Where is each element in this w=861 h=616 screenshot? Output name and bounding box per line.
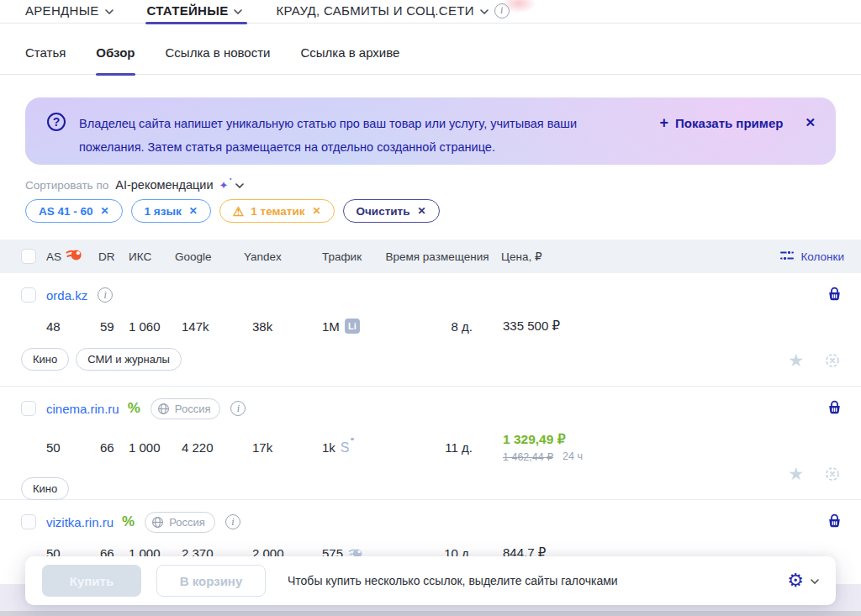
info-banner: ? Владелец сайта напишет уникальную стат… <box>25 97 836 165</box>
chevron-down-icon <box>105 9 114 14</box>
tab-rental[interactable]: АРЕНДНЫЕ <box>25 5 114 23</box>
info-icon[interactable]: i <box>494 3 510 18</box>
clear-filters-icon[interactable]: ✕ <box>417 205 425 217</box>
tab-link-in-archive[interactable]: Ссылка в архиве <box>300 45 399 74</box>
buy-button[interactable]: Купить <box>42 565 141 597</box>
cell-yandex: 17k <box>244 440 322 455</box>
old-price: 1 462,44 ₽ <box>503 450 553 463</box>
favorite-star-icon[interactable]: ★ <box>788 351 804 369</box>
region-chip: Россия <box>145 512 215 533</box>
banner-message: Владелец сайта напишет уникальную статью… <box>79 112 621 159</box>
sort-value-dropdown[interactable]: AI-рекомендации <box>115 178 213 192</box>
chip-label: 1 язык <box>145 205 182 218</box>
page-bottom-edge <box>0 611 861 616</box>
block-site-icon[interactable] <box>824 466 841 482</box>
globe-icon <box>151 516 164 529</box>
filter-chip-language[interactable]: 1 язык ✕ <box>131 199 211 223</box>
filter-chip-as[interactable]: AS 41 - 60 ✕ <box>25 199 123 223</box>
sliders-icon <box>779 249 795 265</box>
article-format-tabs: Статья Обзор Ссылка в новости Ссылка в а… <box>0 45 861 75</box>
gear-icon: ⚙ <box>787 571 804 590</box>
discounted-price: 1 329,49 ₽ <box>503 432 631 447</box>
row-checkbox[interactable] <box>21 401 36 416</box>
info-icon[interactable]: i <box>225 514 240 529</box>
column-placement-time[interactable]: Время размещения <box>378 250 496 263</box>
tab-crowd[interactable]: КРАУД, САБМИТЫ И СОЦ.СЕТИ i <box>276 5 509 23</box>
cell-google: 4 220 <box>175 440 244 455</box>
cell-traffic: 1k S <box>322 440 378 455</box>
tab-review[interactable]: Обзор <box>96 45 135 74</box>
traffic-value: 1k <box>322 440 335 455</box>
cell-traffic: 1M Li <box>322 319 378 334</box>
cell-price: 1 329,49 ₽ 1 462,44 ₽ 24 ч <box>496 432 631 463</box>
ai-sparkle-icon: ✦• <box>219 179 229 192</box>
columns-settings-button[interactable]: Колонки <box>779 249 844 265</box>
add-to-cart-icon[interactable] <box>827 287 843 306</box>
site-domain-link[interactable]: cinema.rin.ru <box>46 402 119 416</box>
tab-articles[interactable]: СТАТЕЙНЫЕ <box>147 5 243 23</box>
tab-label: СТАТЕЙНЫЕ <box>147 3 229 18</box>
clear-filters-chip[interactable]: Очистить ✕ <box>343 199 440 223</box>
globe-icon <box>157 403 170 415</box>
column-traffic[interactable]: Трафик <box>322 250 378 263</box>
price-note: 24 ч <box>563 450 583 463</box>
chevron-down-icon <box>811 579 819 584</box>
chip-label: AS 41 - 60 <box>39 205 93 218</box>
column-yandex[interactable]: Yandex <box>244 250 322 263</box>
active-filters: AS 41 - 60 ✕ 1 язык ✕ ⚠ 1 тематик ✕ Очис… <box>25 199 836 223</box>
tab-label: КРАУД, САБМИТЫ И СОЦ.СЕТИ <box>276 3 473 18</box>
sort-label: Сортировать по <box>25 179 108 192</box>
site-domain-link[interactable]: vizitka.rin.ru <box>46 515 114 529</box>
column-as[interactable]: AS <box>46 249 97 264</box>
block-site-icon[interactable] <box>824 352 841 369</box>
column-price[interactable]: Цена, ₽ <box>496 250 631 263</box>
tab-label: АРЕНДНЫЕ <box>25 3 99 18</box>
column-google[interactable]: Google <box>175 250 244 263</box>
favorite-star-icon[interactable]: ★ <box>788 465 804 482</box>
column-dr[interactable]: DR <box>97 250 129 263</box>
cell-as: 48 <box>46 319 97 334</box>
plus-icon: + <box>660 114 669 132</box>
remove-filter-icon[interactable]: ✕ <box>312 205 320 217</box>
similarweb-icon: S <box>341 440 354 455</box>
remove-filter-icon[interactable]: ✕ <box>101 205 109 217</box>
remove-filter-icon[interactable]: ✕ <box>189 205 198 217</box>
add-to-cart-icon[interactable] <box>827 513 843 533</box>
liveinternet-icon: Li <box>345 319 360 334</box>
sort-row: Сортировать по AI-рекомендации ✦• <box>25 177 836 192</box>
question-icon: ? <box>47 113 66 131</box>
cell-placement-time: 8 д. <box>452 319 496 334</box>
show-example-button[interactable]: + Показать пример <box>660 114 784 132</box>
tab-article[interactable]: Статья <box>25 45 66 74</box>
add-to-cart-icon[interactable] <box>827 400 843 419</box>
column-label: AS <box>46 250 61 263</box>
cell-iks: 1 000 <box>129 440 175 455</box>
banner-close-icon[interactable]: ✕ <box>805 115 816 130</box>
region-chip: Россия <box>151 398 221 419</box>
select-all-checkbox[interactable] <box>21 249 36 264</box>
discount-percent-icon: % <box>122 513 135 530</box>
settings-dropdown[interactable]: ⚙ <box>787 571 819 590</box>
region-label: Россия <box>169 516 205 529</box>
info-icon[interactable]: i <box>98 287 113 303</box>
columns-label: Колонки <box>800 250 844 263</box>
table-row: orda.kz i 48 59 1 060 147k 38k 1M Li 8 д… <box>0 273 861 387</box>
column-iks[interactable]: ИКС <box>129 250 175 263</box>
chevron-down-icon[interactable] <box>235 183 244 188</box>
cell-google: 147k <box>175 319 244 334</box>
topic-tag: СМИ и журналы <box>76 348 182 371</box>
tab-link-in-news[interactable]: Ссылка в новости <box>166 45 271 74</box>
cell-dr: 59 <box>97 319 129 334</box>
site-domain-link[interactable]: orda.kz <box>46 288 87 303</box>
row-checkbox[interactable] <box>21 514 36 529</box>
add-to-cart-button[interactable]: В корзину <box>156 565 266 597</box>
chevron-down-icon <box>480 9 489 14</box>
row-checkbox[interactable] <box>21 287 36 303</box>
selection-hint: Чтобы купить несколько ссылок, выделите … <box>288 574 618 587</box>
discount-percent-icon: % <box>128 400 140 417</box>
cell-price: 335 500 ₽ <box>496 319 631 334</box>
chip-label: Очистить <box>357 205 410 218</box>
filter-chip-topic[interactable]: ⚠ 1 тематик ✕ <box>219 199 335 223</box>
info-icon[interactable]: i <box>230 401 246 416</box>
topic-tag: Кино <box>21 477 69 500</box>
